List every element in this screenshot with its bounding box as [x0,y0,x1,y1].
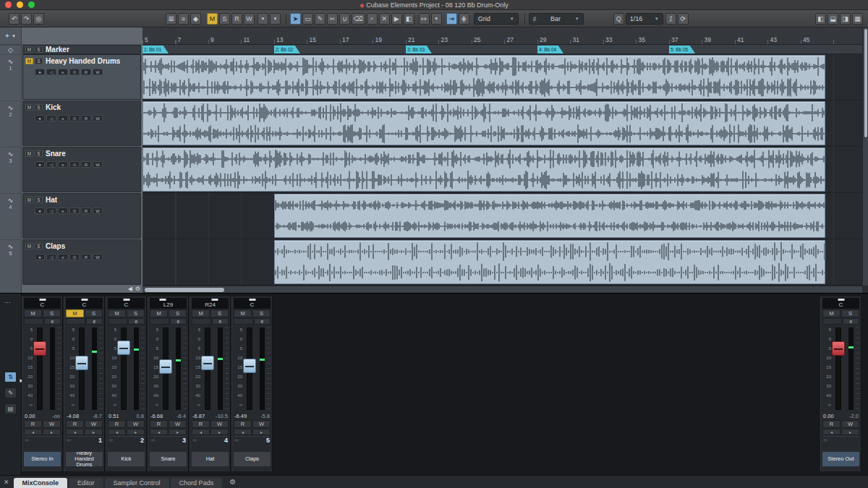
edit-channel-button[interactable]: e [128,318,145,325]
marker-nav-button[interactable]: ◆ [190,13,201,25]
erase-tool[interactable]: ⌫ [352,13,365,25]
tab-chord-pads[interactable]: Chord Pads [171,478,223,488]
marker-mute-button[interactable]: M [25,46,33,53]
channel-right-button[interactable]: ▸ [169,429,187,435]
close-lower-zone-icon[interactable]: ✕ [4,479,9,486]
volume-fader[interactable] [33,341,46,356]
tab-mixconsole[interactable]: MixConsole [14,478,68,488]
channel-right-button[interactable]: ▸ [252,429,271,435]
channel-right-button[interactable]: ▸ [85,429,103,435]
write-automation-button[interactable]: W [93,207,103,214]
edit-channel-button[interactable]: e [843,318,859,325]
undo-button[interactable]: ↶ [9,13,20,25]
channel-solo-button[interactable]: S [210,309,229,317]
track-row-hat[interactable]: MSHat●◁e⊙RW [22,193,141,239]
channel-solo-button[interactable]: S [127,309,145,317]
zoom-tool[interactable]: ⌕ [367,13,378,25]
track-mute-button[interactable]: M [25,150,33,157]
record-enable-button[interactable]: ● [35,207,45,214]
channel-left-button[interactable]: ◂ [822,429,841,435]
pan-control[interactable]: L29 [150,298,187,309]
pan-control[interactable]: C [234,298,271,309]
write-automation-button[interactable]: W [93,161,103,168]
volume-fader[interactable] [201,356,214,370]
channel-name-label[interactable]: Stereo In [24,452,61,466]
channel-solo-button[interactable]: S [43,309,61,317]
panels-button[interactable]: ▤ [4,403,17,414]
edit-channel-button[interactable]: e [86,318,103,325]
write-automation-button[interactable]: W [93,69,103,75]
channel-name-label[interactable]: Hat [192,452,229,466]
stereo-config-button[interactable]: ⊙ [69,207,80,214]
audio-clip-kick[interactable] [142,101,825,145]
redo-button[interactable]: ↷ [21,13,32,25]
stereo-config-button[interactable]: ⊙ [69,69,80,75]
snap-on-off-button[interactable]: ⇥ [446,13,457,25]
channel-name-label[interactable]: Heavy Handed Drums [66,452,103,466]
quantize-preset-dropdown[interactable]: 1/16 ▼ [626,13,663,25]
pan-control[interactable]: C [108,298,145,309]
track-row-snare[interactable]: MSSnare●◁e⊙RW [22,147,141,192]
constrain-delay-compensation-button[interactable]: ◎ [33,13,44,25]
edit-channel-button[interactable]: e [254,318,271,325]
channel-right-button[interactable]: ▸ [43,429,61,435]
volume-fader[interactable] [75,356,88,370]
pan-control[interactable]: R24 [192,298,229,309]
monitor-button[interactable]: ◁ [46,115,56,121]
channel-solo-button[interactable]: S [85,309,103,317]
marker-flag-4-bb-04[interactable]: 4: Bb 04 [537,46,563,53]
volume-fader[interactable] [117,341,130,355]
right-zone-toggle-button[interactable]: ◨ [840,13,851,25]
marker-flag-3-bb-03[interactable]: 3: Bb 03 [406,46,432,53]
channel-left-button[interactable]: ◂ [150,429,168,435]
read-automation-button[interactable]: R [24,420,42,428]
track-row-marker[interactable]: MSMarker [22,45,141,54]
channel-name-label[interactable]: Claps [234,452,271,466]
audio-clip-heavy-handed-drums[interactable] [142,55,825,99]
autoscroll-options-dropdown[interactable]: ▼ [431,13,442,25]
read-automation-button[interactable]: R [81,254,91,260]
lower-zone-toggle-button[interactable]: ⬓ [827,13,838,25]
track-visibility-button[interactable]: ≡ [178,13,189,25]
channel-right-button[interactable]: ▸ [210,429,229,435]
left-zone-toggle-button[interactable]: ◧ [815,13,826,25]
track-mute-button[interactable]: M [25,197,33,203]
channel-left-button[interactable]: ◂ [66,429,84,435]
pan-control[interactable]: C [24,298,61,309]
marker-flag-5-bb-05[interactable]: 5: Bb 05 [669,46,695,53]
read-automation-button[interactable]: R [108,420,126,428]
monitor-button[interactable]: ◁ [46,69,56,75]
track-solo-button[interactable]: S [35,243,43,249]
read-automation-button[interactable]: R [150,420,168,428]
read-automation-button[interactable]: R [192,420,210,428]
record-enable-button[interactable]: ● [35,254,45,260]
read-automation-button[interactable]: R [234,420,252,428]
track-mute-button[interactable]: M [25,104,33,111]
monitor-button[interactable]: ◁ [46,207,56,214]
read-automation-button[interactable]: R [66,420,84,428]
write-automation-button[interactable]: W [43,420,61,428]
autoscroll-button[interactable]: ↦ [419,13,430,25]
track-solo-button[interactable]: S [35,104,43,111]
snap-type-dropdown[interactable]: Grid ▼ [474,13,519,25]
object-selection-tool[interactable]: ➤ [290,13,301,25]
edit-channel-button[interactable]: e [44,318,61,325]
add-track-button[interactable]: + [5,32,9,40]
write-automation-button[interactable]: W [127,420,145,428]
channel-left-button[interactable]: ◂ [192,429,210,435]
racks-button[interactable]: ⇅ [4,372,17,382]
channel-solo-button[interactable]: S [841,309,859,317]
edit-mode-button[interactable]: ✎ [4,388,17,398]
channel-left-button[interactable]: ◂ [234,429,252,435]
marker-lane[interactable]: 1: Bb 012: Bb 023: Bb 034: Bb 045: Bb 05 [142,45,868,54]
mute-tool[interactable]: ✕ [379,13,390,25]
channel-right-button[interactable]: ▸ [841,429,859,435]
write-automation-button[interactable]: W [841,420,859,428]
play-tool[interactable]: ▶ [391,13,402,25]
horizontal-scrollbar-thumb[interactable] [145,288,224,292]
swing-quantize-button[interactable]: ⁒ [665,13,676,25]
marker-solo-button[interactable]: S [35,46,43,53]
marker-flag-1-bb-01[interactable]: 1: Bb 01 [142,46,169,53]
write-automation-button[interactable]: W [85,420,103,428]
vertical-scrollbar[interactable] [862,27,868,286]
